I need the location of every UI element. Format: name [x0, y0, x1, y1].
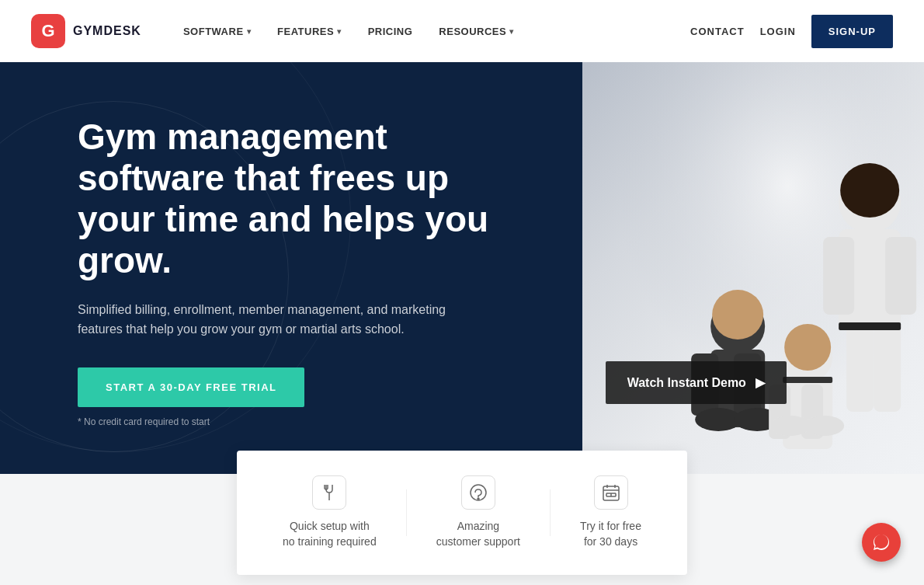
- feature-label-trial: Try it for freefor 30 days: [580, 519, 641, 549]
- svg-point-20: [771, 416, 810, 436]
- svg-point-27: [478, 498, 479, 500]
- nav-resources[interactable]: RESOURCES ▾: [428, 19, 524, 44]
- chat-button[interactable]: [862, 523, 901, 562]
- contact-link[interactable]: CONTACT: [690, 26, 745, 37]
- svg-rect-23: [783, 377, 832, 383]
- svg-point-21: [805, 416, 844, 436]
- watch-demo-button[interactable]: Watch Instant Demo ▶: [606, 361, 787, 404]
- chevron-down-icon: ▾: [509, 27, 514, 36]
- svg-point-22: [784, 324, 831, 371]
- svg-rect-6: [874, 326, 901, 412]
- feature-free-trial: Try it for freefor 30 days: [564, 475, 657, 549]
- svg-rect-7: [839, 322, 901, 330]
- nav-links: SOFTWARE ▾ FEATURES ▾ PRICING RESOURCES …: [172, 19, 690, 44]
- logo[interactable]: G GYMDESK: [31, 14, 141, 48]
- features-strip: Quick setup withno training required Ama…: [0, 474, 924, 585]
- calendar-icon: [594, 475, 628, 510]
- navbar: G GYMDESK SOFTWARE ▾ FEATURES ▾ PRICING …: [0, 0, 924, 62]
- nav-pricing[interactable]: PRICING: [357, 19, 424, 44]
- svg-point-8: [840, 163, 899, 218]
- features-card: Quick setup withno training required Ama…: [237, 451, 687, 575]
- no-credit-text: * No credit card required to start: [78, 416, 536, 427]
- nav-software[interactable]: SOFTWARE ▾: [172, 19, 262, 44]
- hero-right: Watch Instant Demo ▶: [582, 62, 924, 474]
- logo-icon: G: [31, 14, 65, 48]
- login-link[interactable]: LOGIN: [760, 26, 796, 37]
- feature-divider-1: [406, 489, 407, 536]
- hero-left: Gym management software that frees up yo…: [0, 62, 582, 474]
- chevron-down-icon: ▾: [337, 27, 342, 36]
- svg-rect-5: [846, 326, 874, 412]
- brand-name: GYMDESK: [73, 24, 141, 38]
- nav-features[interactable]: FEATURES ▾: [266, 19, 353, 44]
- play-icon: ▶: [756, 375, 765, 390]
- svg-rect-4: [885, 237, 916, 315]
- feature-quick-setup: Quick setup withno training required: [267, 475, 392, 549]
- svg-rect-3: [823, 237, 854, 315]
- hero-subtitle: Simplified billing, enrollment, member m…: [78, 300, 466, 340]
- chevron-down-icon: ▾: [247, 27, 252, 36]
- feature-label-setup: Quick setup withno training required: [283, 519, 377, 549]
- hero-title: Gym management software that frees up yo…: [78, 117, 536, 281]
- feature-support: Amazingcustomer support: [421, 475, 536, 549]
- support-icon: [461, 475, 495, 510]
- svg-point-15: [712, 290, 763, 340]
- feature-divider-2: [550, 489, 551, 536]
- feature-label-support: Amazingcustomer support: [436, 519, 520, 549]
- watch-demo-label: Watch Instant Demo: [627, 376, 746, 390]
- hero-section: Gym management software that frees up yo…: [0, 62, 924, 474]
- signup-button[interactable]: SIGN-UP: [811, 15, 893, 48]
- nav-right: CONTACT LOGIN SIGN-UP: [690, 15, 893, 48]
- setup-icon: [312, 475, 346, 510]
- cta-button[interactable]: START A 30-DAY FREE TRIAL: [78, 367, 304, 407]
- hero-image-illustration: [582, 62, 924, 474]
